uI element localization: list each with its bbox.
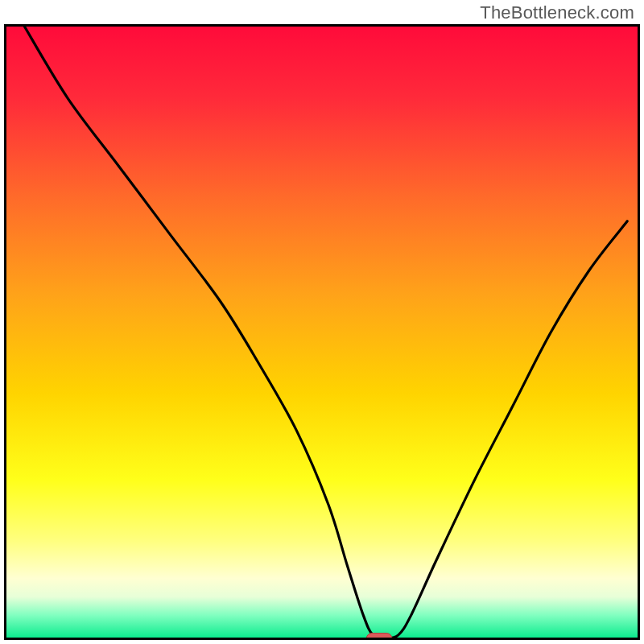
plot-svg bbox=[4, 24, 640, 640]
gradient-background bbox=[4, 24, 640, 640]
bottleneck-plot bbox=[4, 24, 640, 640]
watermark-text: TheBottleneck.com bbox=[480, 2, 634, 23]
chart-frame: TheBottleneck.com bbox=[0, 0, 644, 644]
